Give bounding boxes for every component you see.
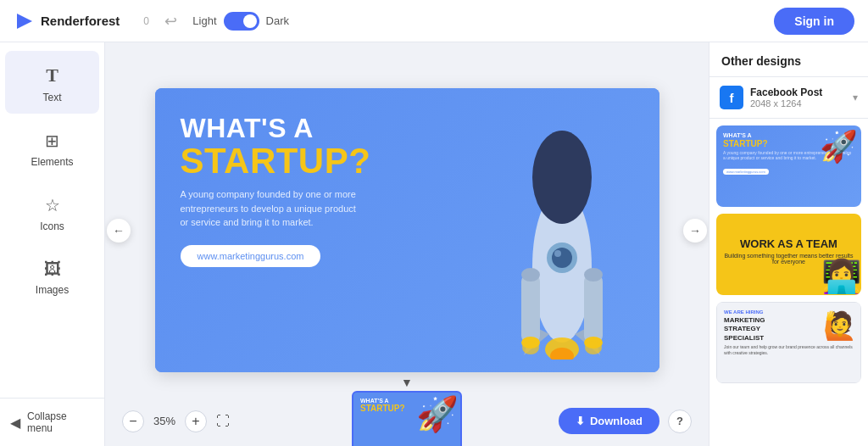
download-label: Download (590, 415, 643, 427)
dt-startup-content: WHAT'S A STARTUP? A young company founde… (716, 125, 861, 207)
logo-text: Renderforest (41, 14, 120, 28)
zoom-controls: − 35% + ⛶ (122, 410, 234, 432)
undo-button[interactable]: ↩ (159, 9, 182, 33)
svg-marker-0 (17, 14, 32, 29)
svg-point-9 (521, 268, 540, 282)
design-thumb-hiring[interactable]: WE ARE HIRING MARKETINGSTRATEGYSPECIALIS… (716, 302, 861, 383)
design-thumb-img-team: WORK AS A TEAM Building something togeth… (716, 214, 861, 295)
dt-team-title: WORK AS A TEAM (723, 220, 854, 250)
thumbnail-arrow: ▼ (352, 376, 462, 389)
topbar: Renderforest 0 ↩ Light Dark Sign in (0, 0, 868, 42)
thumbnail-inner: WHAT'S A STARTUP? 🚀 (353, 393, 460, 446)
svg-point-4 (552, 248, 572, 268)
canvas-frame: WHAT'S A STARTUP? A young company founde… (155, 88, 659, 372)
fb-post-info: Facebook Post 2048 x 1264 (750, 86, 846, 109)
design-content: WHAT'S A STARTUP? A young company founde… (155, 88, 659, 372)
dt-startup-rocket-icon: 🚀 (820, 129, 858, 164)
zoom-decrease-button[interactable]: − (122, 410, 144, 432)
text-icon: T (46, 64, 58, 86)
theme-light-label: Light (192, 14, 216, 27)
dt-team-content: WORK AS A TEAM Building something togeth… (716, 214, 861, 295)
images-icon: 🖼 (44, 259, 61, 279)
sidebar-item-elements[interactable]: ⊞ Elements (5, 117, 99, 178)
design-url: www.marketinggurus.com (181, 245, 321, 267)
fb-post-size: 2048 x 1264 (750, 98, 846, 109)
svg-point-17 (585, 341, 602, 354)
canvas-area: ← WHAT'S A STARTUP? A young company foun… (105, 42, 709, 446)
svg-rect-8 (521, 275, 540, 343)
dt-startup-url: www.marketinggurus.com (723, 169, 769, 175)
design-description: A young company founded by one or more e… (181, 187, 367, 230)
canvas-nav-prev[interactable]: ← (107, 219, 131, 243)
collapse-menu-button[interactable]: ◀ Collapse menu (0, 398, 104, 446)
right-actions: ⬇ Download ? (559, 408, 692, 434)
dt-team-people-icon: 👩‍💻 (821, 258, 861, 295)
right-panel: Other designs f Facebook Post 2048 x 126… (709, 42, 868, 446)
theme-dark-label: Dark (266, 14, 289, 27)
help-button[interactable]: ? (668, 410, 692, 433)
zoom-increase-button[interactable]: + (185, 410, 207, 432)
logo-icon (14, 10, 36, 32)
thumb-rocket-icon: 🚀 (416, 394, 459, 434)
sidebar-label-text: Text (42, 92, 61, 103)
sidebar-label-images: Images (36, 284, 69, 296)
design-thumb-img-startup: WHAT'S A STARTUP? A young company founde… (716, 125, 861, 207)
download-icon: ⬇ (576, 415, 585, 427)
svg-rect-11 (584, 275, 603, 343)
collapse-icon: ◀ (10, 415, 20, 431)
fullscreen-button[interactable]: ⛶ (212, 410, 234, 432)
main-layout: T Text ⊞ Elements ☆ Icons 🖼 Images ◀ Col… (0, 42, 868, 446)
icons-icon: ☆ (45, 195, 60, 215)
toggle-knob (243, 14, 257, 28)
topbar-actions: 0 ↩ Light Dark (143, 9, 289, 33)
undo-count: 0 (143, 15, 152, 27)
download-button[interactable]: ⬇ Download (559, 408, 659, 434)
sidebar-item-text[interactable]: T Text (5, 51, 99, 114)
facebook-icon: f (720, 86, 743, 109)
sidebar-item-icons[interactable]: ☆ Icons (5, 181, 99, 243)
canvas-nav-next[interactable]: → (683, 219, 707, 243)
canvas-wrapper: ← WHAT'S A STARTUP? A young company foun… (119, 59, 695, 401)
design-thumb-img-hiring: WE ARE HIRING MARKETINGSTRATEGYSPECIALIS… (716, 302, 861, 383)
dt-hiring-desc: Join our team and help grow our brand pr… (724, 344, 854, 355)
fb-chevron-icon: ▾ (853, 92, 858, 103)
dt-hiring-person-icon: 🙋 (823, 309, 857, 342)
sidebar: T Text ⊞ Elements ☆ Icons 🖼 Images ◀ Col… (0, 42, 105, 446)
design-thumb-startup[interactable]: WHAT'S A STARTUP? A young company founde… (716, 125, 861, 207)
fb-post-row[interactable]: f Facebook Post 2048 x 1264 ▾ (709, 77, 868, 119)
dt-hiring-content: WE ARE HIRING MARKETINGSTRATEGYSPECIALIS… (717, 303, 860, 382)
theme-switch[interactable] (224, 12, 259, 31)
thumbnail-card[interactable]: WHAT'S A STARTUP? 🚀 (352, 391, 462, 446)
sidebar-label-elements: Elements (31, 156, 73, 168)
thumbnail-strip: ▼ WHAT'S A STARTUP? 🚀 (352, 376, 462, 446)
fb-post-name: Facebook Post (750, 86, 846, 98)
design-thumb-team[interactable]: WORK AS A TEAM Building something togeth… (716, 214, 861, 295)
svg-point-5 (554, 250, 561, 257)
svg-point-12 (584, 268, 603, 282)
signin-button[interactable]: Sign in (774, 8, 854, 35)
logo[interactable]: Renderforest (14, 10, 120, 32)
sidebar-item-images[interactable]: 🖼 Images (5, 246, 99, 306)
svg-point-2 (532, 131, 592, 224)
sidebar-label-icons: Icons (40, 220, 64, 232)
elements-icon: ⊞ (45, 131, 59, 151)
zoom-value: 35% (149, 415, 180, 427)
theme-toggle: Light Dark (192, 12, 289, 31)
svg-point-16 (522, 341, 539, 354)
collapse-label: Collapse menu (27, 410, 94, 434)
rocket-illustration (473, 97, 651, 360)
panel-title: Other designs (709, 42, 868, 77)
